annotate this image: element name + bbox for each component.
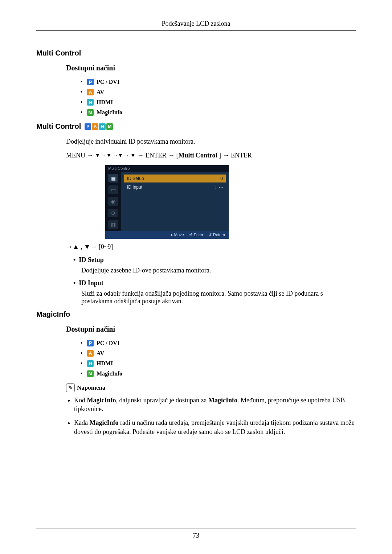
- note2-b: MagicInfo: [89, 419, 118, 426]
- h-icon: H: [99, 123, 106, 130]
- osd-foot-move: ♦Move: [171, 233, 184, 237]
- bullet-icon: •: [81, 99, 84, 105]
- osd-title: Multi Control: [105, 165, 229, 172]
- page-header-title: Podešavanje LCD zaslona: [36, 20, 356, 30]
- osd-foot-move-label: Move: [174, 233, 184, 237]
- osd-main-panel: ID Setup : 0 ID Input : - -: [121, 172, 229, 231]
- osd-foot-enter-label: Enter: [194, 233, 203, 237]
- section-multi-control-2-text: Multi Control: [36, 122, 81, 131]
- id-setup-desc: Dodjeljuje zasebne ID-ove postavkama mon…: [81, 267, 356, 274]
- osd-side-icon-2: ▭: [108, 185, 118, 194]
- post-osd-navigation: →▲ , ▼→ [0~9]: [66, 242, 356, 251]
- note-item-2: Kada MagicInfo radi u načinu rada uređaj…: [74, 418, 356, 436]
- mode-magicinfo-2: • M MagicInfo: [81, 370, 356, 377]
- page-number: 73: [36, 532, 356, 539]
- mode-magicinfo-label: MagicInfo: [97, 109, 122, 116]
- menu-path-bold: Multi Control: [178, 152, 217, 159]
- bullet-icon: •: [81, 340, 84, 346]
- mode-pc-dvi-label: PC / DVI: [97, 79, 119, 85]
- osd-id-setup-label: ID Setup: [127, 176, 144, 181]
- osd-row-id-input: ID Input : - -: [124, 183, 226, 191]
- id-input-desc: Služi za odabir funkcija odašiljača poje…: [81, 290, 356, 305]
- move-icon: ♦: [171, 233, 173, 237]
- mode-av: • A AV: [81, 89, 356, 95]
- section-multi-control-2-title: Multi Control P A H M: [36, 122, 356, 131]
- id-input-label: ID Input: [79, 279, 103, 287]
- osd-sidebar: ▣ ▭ ◉ ⊙ ▥: [105, 172, 121, 231]
- m-icon: M: [87, 370, 94, 377]
- mode-av-2: • A AV: [81, 350, 356, 357]
- p-icon: P: [87, 79, 94, 85]
- osd-id-setup-value: 0: [220, 176, 223, 181]
- p-icon: P: [85, 123, 91, 130]
- mode-hdmi: • H HDMI: [81, 99, 356, 106]
- note1-d: MagicInfo: [208, 397, 237, 404]
- id-input-item: • ID Input: [73, 279, 356, 287]
- osd-side-icon-4: ⊙: [108, 209, 118, 217]
- note1-c: , daljinski upravljač je dostupan za: [116, 397, 208, 404]
- note-icon: ✎: [66, 383, 75, 392]
- note1-b: MagicInfo: [87, 397, 116, 404]
- a-icon: A: [92, 123, 98, 130]
- osd-foot-return: ↺Return: [208, 233, 225, 237]
- bullet-icon: •: [81, 350, 84, 356]
- mode-hdmi-label: HDMI: [97, 99, 113, 106]
- mode-icon-strip: P A H M: [85, 123, 113, 130]
- p-icon: P: [87, 340, 94, 346]
- note1-a: Kod: [74, 397, 87, 404]
- osd-id-input-value: - -: [219, 185, 223, 190]
- modes-list-1: • P PC / DVI • A AV • H HDMI • M MagicIn…: [81, 79, 356, 116]
- bullet-icon: •: [81, 371, 84, 377]
- mode-hdmi-label-2: HDMI: [97, 360, 113, 367]
- menu-path-prefix: MENU →: [66, 152, 95, 159]
- section-multi-control-title: Multi Control: [36, 49, 356, 57]
- section-magicinfo-title: MagicInfo: [36, 310, 356, 319]
- mode-pc-dvi-2: • P PC / DVI: [81, 340, 356, 346]
- osd-foot-enter: ⏎Enter: [189, 233, 203, 237]
- h-icon: H: [87, 360, 94, 367]
- h-icon: H: [87, 99, 94, 106]
- modes-list-2: • P PC / DVI • A AV • H HDMI • M MagicIn…: [81, 340, 356, 377]
- id-setup-item: • ID Setup: [73, 256, 356, 264]
- bullet-icon: •: [81, 361, 84, 366]
- footer-rule: [36, 529, 356, 529]
- notes-list: Kod MagicInfo, daljinski upravljač je do…: [66, 396, 356, 436]
- bullet-icon: •: [81, 79, 84, 85]
- enter-icon: ⏎: [189, 233, 192, 237]
- note-label: Napomena: [77, 384, 105, 391]
- menu-path-suffix: ] → ENTER: [217, 152, 252, 159]
- mode-av-label-2: AV: [97, 350, 104, 357]
- note-item-1: Kod MagicInfo, daljinski upravljač je do…: [74, 396, 356, 414]
- multi-control-desc: Dodjeljuje individualni ID postavkama mo…: [66, 137, 356, 146]
- m-icon: M: [106, 123, 113, 130]
- menu-path-mid: → ENTER → [: [135, 152, 178, 159]
- menu-navigation-path: MENU → ▼ →▼ →▼ → ▼ → ENTER → [Multi Cont…: [66, 151, 356, 160]
- mode-av-label: AV: [97, 89, 104, 95]
- osd-foot-return-label: Return: [213, 233, 225, 237]
- note-heading: ✎ Napomena: [66, 383, 356, 392]
- mode-magicinfo-label-2: MagicInfo: [97, 370, 122, 377]
- osd-id-input-label: ID Input: [127, 185, 142, 190]
- return-icon: ↺: [208, 233, 212, 237]
- a-icon: A: [87, 89, 94, 95]
- available-modes-heading-2: Dostupni načini: [66, 325, 356, 333]
- m-icon: M: [87, 109, 94, 116]
- osd-side-icon-1: ▣: [108, 174, 118, 182]
- bullet-icon: •: [81, 89, 84, 95]
- note2-a: Kada: [74, 419, 89, 426]
- a-icon: A: [87, 350, 94, 357]
- osd-screenshot: Multi Control ▣ ▭ ◉ ⊙ ▥ ID Setup : 0: [105, 165, 356, 239]
- mode-hdmi-2: • H HDMI: [81, 360, 356, 367]
- mode-magicinfo: • M MagicInfo: [81, 109, 356, 116]
- mode-pc-dvi-label-2: PC / DVI: [97, 340, 119, 346]
- mode-pc-dvi: • P PC / DVI: [81, 79, 356, 85]
- osd-side-icon-3: ◉: [108, 197, 118, 206]
- bullet-icon: •: [81, 110, 84, 115]
- available-modes-heading-1: Dostupni načini: [66, 64, 356, 72]
- osd-footer: ♦Move ⏎Enter ↺Return: [105, 231, 229, 239]
- down-triangle-icon: ▼ →▼ →▼ → ▼: [95, 153, 135, 158]
- id-setup-label: ID Setup: [79, 256, 104, 263]
- osd-side-icon-5: ▥: [108, 220, 118, 229]
- osd-row-id-setup: ID Setup : 0: [124, 175, 226, 182]
